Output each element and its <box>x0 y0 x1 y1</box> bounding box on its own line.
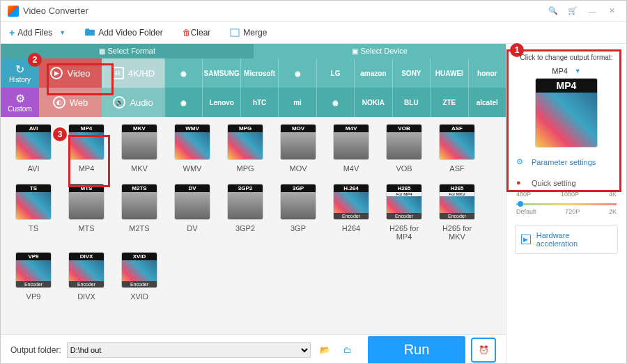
brand-HUAWEI[interactable]: HUAWEI <box>430 58 467 88</box>
brand-Lenovo[interactable]: Lenovo <box>202 88 240 117</box>
open-folder-button[interactable]: 📂 <box>318 342 333 358</box>
close-button[interactable]: ✕ <box>604 3 619 19</box>
device-icon: ▣ <box>352 47 358 55</box>
format-device-tabs: ▦Select Format ▣Select Device <box>1 44 506 58</box>
trash-icon: 🗑 <box>183 28 191 38</box>
history-icon: ↻ <box>15 63 24 76</box>
brand-logo[interactable]: ◉ <box>164 58 202 88</box>
tab-format-label: Select Format <box>108 47 155 55</box>
format-h265-for-mkv[interactable]: H265For MKVEncoderH265 for MKV <box>438 184 476 241</box>
quality-slider[interactable]: 480P1080P4K Default720P2K <box>506 188 626 218</box>
brand-logo[interactable]: ◉ <box>278 58 316 88</box>
format-mov[interactable]: MOVMOV <box>279 124 317 173</box>
cat-web-label: Web <box>70 97 88 108</box>
gear-icon: ⚙ <box>15 92 25 105</box>
slider-marks-bottom: Default720P2K <box>516 208 617 215</box>
brand-amazon[interactable]: amazon <box>354 58 392 88</box>
folder-icon <box>85 29 95 37</box>
clear-label: Clear <box>191 28 211 38</box>
speaker-icon: 🔊 <box>113 96 125 109</box>
brand-honor[interactable]: honor <box>468 58 506 88</box>
browse-folder-button[interactable]: 🗀 <box>340 342 355 358</box>
film-icon: ▦ <box>99 47 105 55</box>
format-mkv[interactable]: MKVMKV <box>121 124 158 173</box>
format-vob[interactable]: VOBVOB <box>385 124 423 173</box>
format-dv[interactable]: DVDV <box>173 184 211 241</box>
format-mts[interactable]: MTSMTS <box>68 184 105 241</box>
minimize-button[interactable]: — <box>585 3 600 19</box>
clear-button[interactable]: 🗑 Clear <box>183 28 211 38</box>
app-title: Video Converter <box>23 6 88 16</box>
brand-logo[interactable]: ◉ <box>164 88 202 117</box>
cat-audio-label: Audio <box>130 97 153 108</box>
merge-icon <box>230 29 240 37</box>
format-3gp[interactable]: 3GP3GP <box>279 184 317 241</box>
format-vp9[interactable]: VP9EncoderVP9 <box>15 252 52 301</box>
output-folder-label: Output folder: <box>10 345 61 355</box>
title-bar: Video Converter 🔍 🛒 — ✕ <box>1 1 626 22</box>
brand-ZTE[interactable]: ZTE <box>430 88 467 117</box>
cart-icon[interactable]: 🛒 <box>565 3 580 19</box>
brand-NOKIA[interactable]: NOKIA <box>354 88 392 117</box>
brand-mi[interactable]: mi <box>278 88 316 117</box>
globe-icon: ◐ <box>53 96 65 109</box>
main-toolbar: + Add Files ▼ Add Video Folder 🗑 Clear M… <box>1 22 626 44</box>
tab-select-device[interactable]: ▣Select Device <box>254 44 506 58</box>
merge-button[interactable]: Merge <box>230 28 267 38</box>
format-h264[interactable]: H.264EncoderH264 <box>332 184 370 241</box>
custom-tab[interactable]: ⚙Custom <box>1 88 39 117</box>
app-logo-icon <box>8 6 19 17</box>
chevron-down-icon: ▼ <box>59 29 65 36</box>
format-avi[interactable]: AVIAVI <box>15 124 52 173</box>
brand-LG[interactable]: LG <box>316 58 354 88</box>
hardware-accel-toggle[interactable]: ▶ Hardware acceleration <box>515 225 618 254</box>
brand-Microsoft[interactable]: Microsoft <box>240 58 278 88</box>
output-folder-select[interactable]: D:\hd out <box>67 342 311 358</box>
merge-label: Merge <box>243 28 267 38</box>
hw-label: Hardware acceleration <box>536 231 612 248</box>
callout-number-3: 3 <box>53 127 67 141</box>
run-label: Run <box>404 342 430 358</box>
format-divx[interactable]: DIVXEncoderDIVX <box>68 252 105 301</box>
callout-2 <box>47 63 114 95</box>
add-files-button[interactable]: + Add Files ▼ <box>9 27 65 38</box>
callout-number-1: 1 <box>510 43 524 57</box>
format-h265-for-mp4[interactable]: H265For MP4EncoderH265 for MP4 <box>385 184 423 241</box>
brand-SAMSUNG[interactable]: SAMSUNG <box>202 58 240 88</box>
brand-SONY[interactable]: SONY <box>392 58 430 88</box>
search-icon[interactable]: 🔍 <box>545 3 561 19</box>
history-label: History <box>9 76 31 84</box>
cat-4k-label: 4K/HD <box>128 68 155 79</box>
format-m4v[interactable]: M4VM4V <box>332 124 370 173</box>
format-ts[interactable]: TSTS <box>15 184 52 241</box>
bottom-bar: Output folder: D:\hd out 📂 🗀 Run ⏰ <box>1 334 506 364</box>
callout-1 <box>506 49 621 192</box>
plus-icon: + <box>9 27 15 38</box>
custom-label: Custom <box>8 105 31 113</box>
callout-number-2: 2 <box>28 53 42 67</box>
format-mpg[interactable]: MPGMPG <box>226 124 264 173</box>
slider-knob[interactable] <box>518 201 523 207</box>
brand-logo[interactable]: ◉ <box>316 88 354 117</box>
format-xvid[interactable]: XVIDEncoderXVID <box>121 252 158 301</box>
checkbox-icon: ▶ <box>521 235 531 244</box>
callout-3 <box>68 135 110 187</box>
format-wmv[interactable]: WMVWMV <box>173 124 211 173</box>
add-files-label: Add Files <box>17 28 52 38</box>
alarm-button[interactable]: ⏰ <box>471 338 496 363</box>
tab-device-label: Select Device <box>361 47 408 55</box>
brand-alcatel[interactable]: alcatel <box>468 88 506 117</box>
add-folder-button[interactable]: Add Video Folder <box>85 28 163 38</box>
brand-grid: ◉SAMSUNGMicrosoft◉LGamazonSONYHUAWEIhono… <box>164 58 506 117</box>
format-m2ts[interactable]: M2TSM2TS <box>121 184 158 241</box>
svg-rect-0 <box>231 29 239 35</box>
format-asf[interactable]: ASFASF <box>438 124 476 173</box>
format-3gp2[interactable]: 3GP23GP2 <box>226 184 264 241</box>
run-button[interactable]: Run <box>368 336 465 364</box>
brand-BLU[interactable]: BLU <box>392 88 430 117</box>
add-folder-label: Add Video Folder <box>98 28 163 38</box>
brand-hTC[interactable]: hTC <box>240 88 278 117</box>
